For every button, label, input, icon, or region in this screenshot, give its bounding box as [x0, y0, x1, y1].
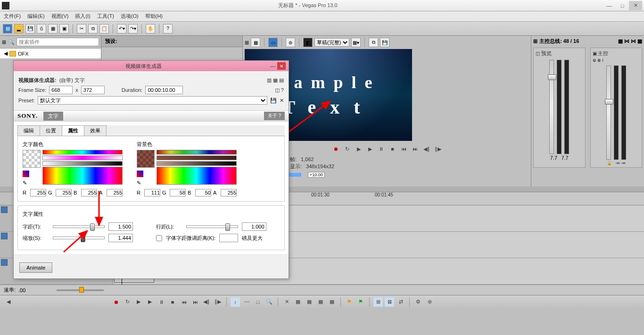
split-icon[interactable]: ◧ — [303, 38, 313, 47]
master-icons[interactable]: ⊚ ⊗ ! — [593, 58, 640, 63]
redo-icon[interactable]: ↷▾ — [128, 24, 138, 33]
props-icon[interactable]: ▣ — [59, 24, 69, 33]
menu-help[interactable]: 帮助(H) — [145, 13, 163, 20]
eyedropper-icon[interactable]: ✎ — [23, 180, 41, 186]
link-icon[interactable]: ⚙ — [413, 297, 423, 307]
bg-swatch[interactable] — [137, 150, 155, 168]
color-field[interactable] — [42, 167, 123, 185]
preset-select[interactable]: 默认文字 — [38, 96, 267, 105]
play-icon[interactable]: ▶ — [366, 145, 374, 153]
copy-icon[interactable]: ⧉ — [88, 24, 98, 33]
loop-icon[interactable]: ↻ — [343, 145, 352, 153]
text-swatch[interactable] — [23, 150, 41, 168]
master-fader[interactable] — [606, 65, 611, 160]
bg-r[interactable] — [144, 189, 160, 196]
close-button[interactable]: ✕ — [629, 1, 642, 10]
bg-a[interactable] — [221, 189, 237, 196]
tab-properties[interactable]: 属性 — [62, 125, 84, 136]
text-a[interactable] — [107, 189, 123, 196]
prev-icon[interactable]: ⏮ — [400, 145, 408, 153]
dialog-close-button[interactable]: ✕ — [277, 62, 286, 70]
scale-slider[interactable] — [53, 237, 105, 239]
render-icon[interactable]: ▦ — [48, 24, 58, 33]
go-start-icon[interactable]: ⏮ — [179, 297, 189, 307]
eyedropper-icon[interactable]: ✎ — [137, 180, 155, 186]
menu-insert[interactable]: 插入(I) — [75, 13, 90, 20]
pause-icon[interactable]: ⏸ — [157, 297, 166, 307]
palette-icon[interactable] — [137, 171, 143, 177]
step-fwd-icon[interactable]: ∥▶ — [434, 145, 442, 153]
dialog-help-icon[interactable]: — — [270, 63, 275, 69]
loop-icon[interactable]: ↻ — [123, 297, 132, 307]
new-icon[interactable]: ▤ — [3, 24, 12, 33]
scroll-left-icon[interactable]: ◀ — [4, 297, 13, 307]
menu-file[interactable]: 文件(F) — [4, 13, 21, 20]
tracking-input[interactable] — [108, 222, 133, 231]
quantize-icon[interactable]: ▦ — [327, 297, 337, 307]
menu-tools[interactable]: 工具(T) — [97, 13, 114, 20]
duration-input[interactable] — [145, 86, 183, 94]
undo-icon[interactable]: ↶▾ — [117, 24, 126, 33]
save-icon[interactable]: 💾 — [25, 24, 35, 33]
save-frame-icon[interactable]: 💾 — [380, 38, 389, 47]
rate-slider[interactable] — [57, 289, 104, 291]
palette-icon[interactable] — [23, 171, 29, 177]
about-link[interactable]: 关于 ? — [264, 112, 285, 120]
fx-icon[interactable]: ⊚ — [286, 38, 295, 47]
auto-crossfade-icon[interactable]: ▦ — [316, 297, 325, 307]
menu-edit[interactable]: 编辑(E) — [27, 13, 45, 20]
marker-icon[interactable]: ⚑ — [345, 297, 354, 307]
hand-icon[interactable]: ✋ — [146, 24, 155, 33]
bg-b[interactable] — [195, 189, 211, 196]
stop-icon[interactable]: ■ — [168, 297, 177, 307]
step-fwd-icon[interactable]: ∥▶ — [213, 297, 223, 307]
paste-icon[interactable]: 📋 — [99, 24, 109, 33]
width-input[interactable] — [49, 86, 73, 94]
match-icon[interactable]: ◫ ? — [275, 87, 284, 93]
minimize-button[interactable]: — — [603, 1, 616, 10]
expand-icon[interactable]: ⊞ — [245, 40, 249, 46]
pause-icon[interactable]: ⏸ — [377, 145, 386, 153]
expand-icon[interactable]: ⊞ — [533, 38, 537, 44]
copy-frame-icon[interactable]: ⧉ — [369, 38, 378, 47]
play-start-icon[interactable]: ▶ — [134, 297, 143, 307]
grid-icon[interactable]: ▦▾ — [351, 38, 361, 47]
kern-input[interactable] — [219, 234, 238, 242]
expand-icon[interactable]: ⊞ — [2, 39, 6, 45]
text-r[interactable] — [30, 189, 46, 196]
region-icon[interactable]: ⚑ — [356, 297, 365, 307]
open-icon[interactable]: ▂ — [14, 24, 24, 33]
search-input[interactable] — [17, 38, 99, 46]
tool-zoom-icon[interactable]: 🔍 — [264, 297, 274, 307]
sat-slider[interactable] — [42, 155, 123, 160]
tracking-slider[interactable] — [53, 225, 105, 228]
tab-position[interactable]: 位置 — [40, 125, 62, 136]
bg-sat-slider[interactable] — [157, 155, 237, 160]
play-icon[interactable]: ▶ — [145, 297, 155, 307]
scale-input[interactable] — [108, 234, 133, 242]
snap-icon[interactable]: ✕ — [282, 297, 291, 307]
tool-envelope-icon[interactable]: 〰 — [242, 297, 251, 307]
height-input[interactable] — [81, 86, 105, 94]
preview-fader[interactable] — [549, 60, 554, 154]
tool-select-icon[interactable]: □ — [253, 297, 263, 307]
stop-icon[interactable]: ■ — [388, 145, 397, 153]
tool-normal-icon[interactable]: ↕ — [231, 297, 240, 307]
bg-hue-slider[interactable] — [157, 150, 237, 155]
enable-snap-icon[interactable]: ⊞ — [373, 297, 383, 307]
step-back-icon[interactable]: ◀∥ — [202, 297, 211, 307]
preset-save-icon[interactable]: 💾 — [270, 98, 277, 104]
play-start-icon[interactable]: ▶ — [355, 145, 363, 153]
settings-icon[interactable]: ▦ — [251, 38, 260, 47]
quality-select[interactable]: 草稿(完整) — [314, 38, 349, 47]
menu-view[interactable]: 视图(V) — [51, 13, 69, 20]
kern-checkbox[interactable] — [156, 235, 162, 241]
leading-input[interactable] — [242, 222, 266, 231]
back-icon[interactable]: ◀ — [4, 50, 8, 57]
chain-icons[interactable]: ▥ ▦ ▤ — [267, 77, 284, 83]
next-icon[interactable]: ⏭ — [411, 145, 420, 153]
snap-grid-icon[interactable]: ⊠ — [385, 297, 394, 307]
preset-del-icon[interactable]: ✕ — [280, 98, 284, 104]
auto-ripple-icon[interactable]: ▦ — [293, 297, 303, 307]
bg-g[interactable] — [170, 189, 186, 196]
